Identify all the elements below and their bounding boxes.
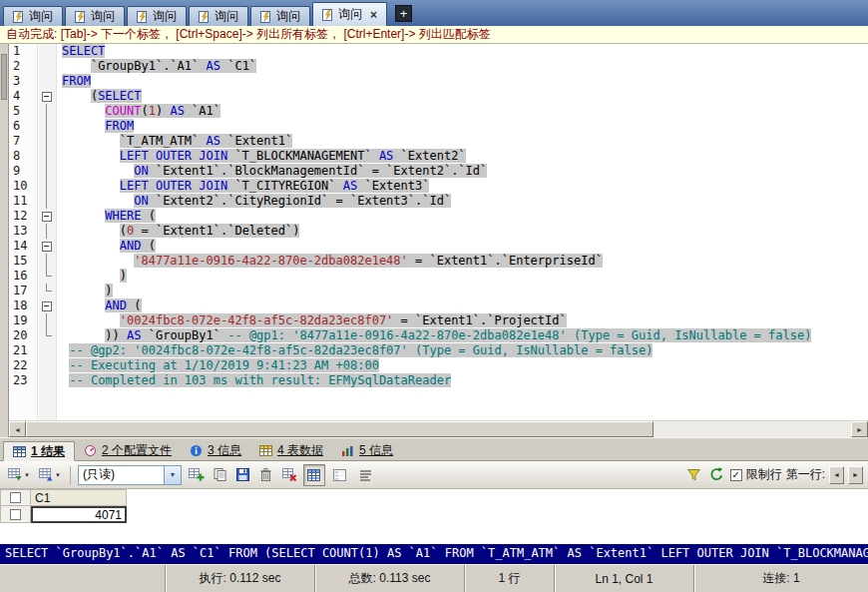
limit-rows-checkbox[interactable]: ✓: [730, 469, 742, 481]
fold-column: [38, 343, 57, 358]
code-region[interactable]: 1SELECT2 `GroupBy1`.`A1` AS `C1`3FROM4 (…: [9, 44, 868, 420]
line-number: 22: [9, 358, 38, 373]
export-rows-button[interactable]: ▼: [36, 464, 63, 486]
refresh-button[interactable]: [707, 464, 726, 486]
query-tab[interactable]: 询问: [65, 6, 125, 26]
editor-line[interactable]: 19 '0024fbc8-072e-42f8-af5c-82da23ec8f07…: [9, 313, 868, 328]
fold-collapse-icon[interactable]: [38, 239, 57, 254]
editor-line[interactable]: 15 '8477a11e-0916-4a22-870e-2dba082e1e48…: [9, 254, 868, 269]
line-number: 17: [9, 284, 38, 298]
filter-button[interactable]: [684, 464, 703, 486]
column-header[interactable]: C1: [31, 489, 127, 506]
table-data-icon: [259, 444, 272, 457]
editor-line[interactable]: 7 `T_ATM_ATM` AS `Extent1`: [9, 134, 868, 149]
editor-line[interactable]: 9 ON `Extent1`.`BlockManagementId` = `Ex…: [9, 164, 868, 179]
grid-view-button[interactable]: [303, 464, 325, 486]
import-rows-button[interactable]: ▼: [5, 464, 32, 486]
cancel-changes-button[interactable]: [279, 464, 299, 486]
result-tab-table-data[interactable]: 4 表数据: [250, 440, 332, 460]
query-lightning-icon: [137, 10, 148, 23]
sql-editor[interactable]: 1SELECT2 `GroupBy1`.`A1` AS `C1`3FROM4 (…: [0, 44, 868, 437]
editor-line[interactable]: 6 FROM: [9, 119, 868, 134]
editor-line[interactable]: 16 ): [9, 269, 868, 284]
line-number: 21: [9, 343, 38, 358]
editor-line[interactable]: 18 AND (: [9, 298, 868, 313]
text-view-button[interactable]: [355, 464, 377, 486]
editor-line[interactable]: 8 LEFT OUTER JOIN `T_BLOCKMANAGEMENT` AS…: [9, 149, 868, 164]
query-tab[interactable]: 询问: [3, 6, 63, 26]
status-empty-panel: [0, 565, 165, 592]
editor-line[interactable]: 21 -- @gp2: '0024fbc8-072e-42f8-af5c-82d…: [9, 343, 868, 358]
first-row-prev-button[interactable]: ◄: [829, 466, 844, 484]
form-view-button[interactable]: [329, 464, 351, 486]
result-tab-result-grid[interactable]: 1 结果: [3, 441, 75, 461]
editor-line[interactable]: 2 `GroupBy1`.`A1` AS `C1`: [9, 59, 868, 74]
duplicate-row-icon: [213, 467, 227, 482]
fold-collapse-icon[interactable]: [38, 209, 57, 224]
select-all-checkbox[interactable]: [10, 492, 21, 503]
fold-guide: [38, 149, 57, 164]
editor-line[interactable]: 12 WHERE (: [9, 209, 868, 224]
result-tab-label: 1 结果: [31, 443, 65, 460]
add-row-button[interactable]: [186, 464, 207, 486]
code-text: -- Executing at 1/10/2019 9:41:23 AM +08…: [57, 358, 868, 373]
editor-line[interactable]: 3FROM: [9, 74, 868, 89]
fold-collapse-icon[interactable]: [38, 89, 57, 104]
query-tab[interactable]: 询问: [189, 6, 248, 26]
fold-guide: [38, 328, 57, 343]
result-tab-info[interactable]: 3 信息: [181, 440, 250, 460]
text-view-icon: [358, 468, 373, 482]
query-tab[interactable]: 询问: [127, 6, 187, 26]
editor-line[interactable]: 17 ): [9, 284, 868, 298]
delete-row-button[interactable]: [256, 464, 275, 486]
editor-line[interactable]: 14 AND (: [9, 239, 868, 254]
line-number: 11: [9, 194, 38, 209]
editor-line[interactable]: 23 -- Completed in 103 ms with result: E…: [9, 373, 868, 388]
combo-dropdown-icon[interactable]: ▼: [164, 466, 181, 484]
query-tab-label: 询问: [215, 8, 238, 25]
query-tab-label: 询问: [153, 8, 177, 25]
line-number: 9: [9, 164, 38, 179]
scroll-left-arrow[interactable]: ◄: [9, 421, 26, 437]
duplicate-row-button[interactable]: [211, 464, 229, 486]
select-all-cell[interactable]: [0, 489, 31, 506]
scrollbar-thumb[interactable]: [26, 421, 653, 437]
editor-line[interactable]: 4 (SELECT: [9, 89, 868, 104]
result-tab-chart-info[interactable]: 5 信息: [332, 440, 402, 460]
line-number: 19: [9, 313, 38, 328]
query-tab[interactable]: 询问: [250, 6, 310, 26]
result-tab-profiler[interactable]: 2 个配置文件: [75, 440, 181, 460]
code-text: FROM: [57, 119, 868, 134]
editor-line[interactable]: 1SELECT: [9, 44, 868, 59]
scrollbar-track[interactable]: [26, 421, 851, 437]
grid-cell-active[interactable]: 4071: [31, 506, 127, 523]
row-checkbox[interactable]: [10, 509, 21, 520]
object-browser-splitter[interactable]: [0, 44, 9, 437]
editor-line[interactable]: 13 (0 = `Extent1`.`Deleted`): [9, 224, 868, 239]
editor-line[interactable]: 10 LEFT OUTER JOIN `T_CITYREGION` AS `Ex…: [9, 179, 868, 194]
fold-guide: [38, 269, 57, 284]
save-changes-button[interactable]: [233, 464, 252, 486]
grid-mode-select[interactable]: (只读) ▼: [78, 465, 182, 485]
line-number: 13: [9, 224, 38, 239]
query-tab-label: 询问: [29, 8, 53, 25]
editor-line[interactable]: 20 )) AS `GroupBy1` -- @gp1: '8477a11e-0…: [9, 328, 868, 343]
scroll-right-arrow[interactable]: ►: [851, 421, 868, 437]
editor-line[interactable]: 11 ON `Extent2`.`CityRegionId` = `Extent…: [9, 194, 868, 209]
splitter-handle[interactable]: [1, 54, 7, 100]
editor-line[interactable]: 22 -- Executing at 1/10/2019 9:41:23 AM …: [9, 358, 868, 373]
editor-horizontal-scrollbar[interactable]: ◄ ►: [9, 420, 868, 437]
first-row-next-button[interactable]: ►: [848, 466, 863, 484]
line-number: 20: [9, 328, 38, 343]
row-select-cell[interactable]: [0, 506, 31, 523]
new-tab-button[interactable]: +: [395, 5, 412, 22]
query-tab-active[interactable]: 询问×: [312, 2, 387, 26]
fold-guide: [38, 104, 57, 119]
fold-guide: [38, 179, 57, 194]
editor-line[interactable]: 5 COUNT(1) AS `A1`: [9, 104, 868, 119]
close-tab-icon[interactable]: ×: [370, 10, 377, 20]
fold-collapse-icon[interactable]: [38, 298, 57, 313]
code-text: FROM: [57, 74, 868, 89]
result-grid-area: C1 4071: [0, 489, 868, 544]
query-lightning-icon: [75, 10, 86, 23]
